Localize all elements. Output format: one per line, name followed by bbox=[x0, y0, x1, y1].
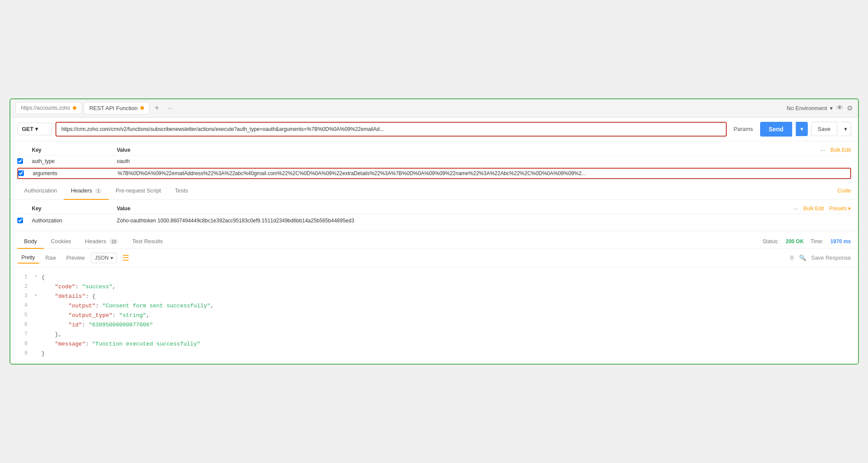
param-auth-type-val: oauth bbox=[117, 158, 851, 164]
request-tabs: Authorization Headers 1 Pre-request Scri… bbox=[10, 182, 858, 200]
resp-headers-badge: 18 bbox=[109, 239, 118, 245]
headers-table: Key Value ··· Bulk Edit Presets ▾ Author… bbox=[10, 200, 858, 231]
url-bar-section: GET ▾ https://crm.zoho.com/crm/v2/functi… bbox=[10, 117, 858, 141]
headers-presets-button[interactable]: Presets ▾ bbox=[829, 205, 851, 212]
status-section: Status: 200 OK Time: 1970 ms bbox=[763, 238, 851, 245]
key-col-header: Key bbox=[30, 147, 117, 153]
status-value: 200 OK bbox=[786, 238, 803, 245]
tab-url-label: https://accounts.zoho bbox=[21, 105, 70, 111]
json-label: JSON bbox=[95, 255, 109, 261]
headers-more-button[interactable]: ··· bbox=[793, 205, 798, 212]
resp-tab-headers[interactable]: Headers 18 bbox=[78, 235, 125, 249]
params-button[interactable]: Params bbox=[730, 123, 757, 135]
status-label: Status: bbox=[763, 238, 779, 245]
method-select[interactable]: GET ▾ bbox=[17, 123, 52, 135]
param-auth-type-checkbox[interactable] bbox=[17, 158, 23, 164]
headers-key-col: Key bbox=[30, 205, 117, 212]
json-chevron: ▾ bbox=[111, 255, 113, 261]
json-line-4: 4 "output": "Consent form sent successfu… bbox=[17, 301, 851, 311]
tab-dot bbox=[73, 106, 76, 110]
save-dropdown-button[interactable]: ▾ bbox=[841, 122, 851, 136]
header-auth-checkbox[interactable] bbox=[17, 218, 23, 223]
headers-table-header: Key Value ··· Bulk Edit Presets ▾ bbox=[17, 203, 851, 214]
params-table: Key Value ··· Bulk Edit auth_type oauth … bbox=[10, 141, 858, 182]
json-line-5: 5 "output_type": "string", bbox=[17, 311, 851, 320]
headers-val-col: Value bbox=[117, 205, 793, 212]
header-auth-val: Zoho-oauthtoken 1000.8607494449c8bc1e392… bbox=[117, 218, 851, 224]
postman-window: https://accounts.zoho REST API Function … bbox=[10, 98, 859, 365]
new-tab-button[interactable]: + bbox=[151, 102, 163, 114]
time-value: 1970 ms bbox=[830, 238, 851, 245]
time-label: Time: bbox=[811, 238, 824, 245]
params-bulk-edit-button[interactable]: Bulk Edit bbox=[830, 147, 851, 153]
send-dropdown-button[interactable]: ▾ bbox=[796, 122, 808, 136]
save-button[interactable]: Save bbox=[811, 122, 837, 136]
response-tabs: Body Cookies Headers 18 Test Results Sta… bbox=[10, 231, 858, 249]
json-line-8: 8 "message": "function executed successf… bbox=[17, 339, 851, 349]
save-response-button[interactable]: Save Response bbox=[811, 254, 851, 261]
json-line-1: 1 ▾ { bbox=[17, 273, 851, 282]
param-row-auth-type: auth_type oauth bbox=[17, 155, 851, 167]
json-line-6: 6 "id": "63095000000077006" bbox=[17, 320, 851, 330]
tab-headers[interactable]: Headers 1 bbox=[64, 182, 108, 200]
json-line-3: 3 ▾ "details": { bbox=[17, 292, 851, 301]
tab-accounts-zoho[interactable]: https://accounts.zoho bbox=[16, 102, 82, 114]
resp-tab-test-results[interactable]: Test Results bbox=[125, 235, 170, 249]
body-format-tabs: Pretty Raw Preview JSON ▾ ☰ ⎘ 🔍 Save Res… bbox=[10, 249, 858, 267]
method-chevron: ▾ bbox=[35, 126, 38, 132]
header-auth-key: Authorization bbox=[30, 218, 117, 224]
wrap-icon[interactable]: ☰ bbox=[122, 253, 129, 263]
tab-pre-request-script[interactable]: Pre-request Script bbox=[109, 182, 168, 200]
fmt-tab-preview[interactable]: Preview bbox=[62, 253, 89, 263]
gear-icon[interactable]: ⚙ bbox=[847, 104, 853, 112]
param-arguments-key: arguments bbox=[31, 170, 118, 176]
headers-badge: 1 bbox=[95, 188, 102, 194]
header-row-authorization: Authorization Zoho-oauthtoken 1000.86074… bbox=[17, 214, 851, 227]
code-link-button[interactable]: Code bbox=[837, 187, 851, 194]
search-response-button[interactable]: 🔍 bbox=[799, 254, 806, 261]
param-arguments-val: %7B%0D%0A%09%22emailAddress%22%3A%22abc%… bbox=[118, 170, 850, 176]
tab-more-button[interactable]: ··· bbox=[164, 103, 176, 113]
fmt-tab-raw[interactable]: Raw bbox=[41, 253, 60, 263]
val-col-header: Value bbox=[117, 147, 820, 153]
eye-icon[interactable]: 👁 bbox=[836, 104, 843, 112]
tab-tests[interactable]: Tests bbox=[168, 182, 195, 200]
method-label: GET bbox=[22, 126, 34, 132]
tab-rest-label: REST API Function bbox=[89, 105, 138, 111]
env-dropdown[interactable]: No Environment ▾ bbox=[787, 105, 832, 111]
tab-rest-api[interactable]: REST API Function bbox=[84, 102, 150, 114]
json-format-dropdown[interactable]: JSON ▾ bbox=[91, 253, 117, 263]
copy-response-button[interactable]: ⎘ bbox=[790, 254, 794, 261]
url-input[interactable]: https://crm.zoho.com/crm/v2/functions/su… bbox=[55, 122, 727, 137]
params-table-header: Key Value ··· Bulk Edit bbox=[17, 145, 851, 155]
tab-authorization[interactable]: Authorization bbox=[17, 182, 64, 200]
response-actions: ⎘ 🔍 Save Response bbox=[790, 254, 851, 261]
headers-bulk-edit-button[interactable]: Bulk Edit bbox=[803, 205, 824, 212]
json-line-9: 9 } bbox=[17, 349, 851, 359]
tab-bar: https://accounts.zoho REST API Function … bbox=[10, 99, 858, 117]
resp-tab-body[interactable]: Body bbox=[17, 235, 44, 249]
tab-rest-dot bbox=[140, 106, 144, 110]
resp-tab-cookies[interactable]: Cookies bbox=[44, 235, 78, 249]
param-row-arguments: arguments %7B%0D%0A%09%22emailAddress%22… bbox=[17, 168, 851, 179]
send-button[interactable]: Send bbox=[760, 122, 792, 137]
env-section: No Environment ▾ 👁 ⚙ bbox=[787, 104, 852, 112]
fmt-tab-pretty[interactable]: Pretty bbox=[17, 252, 39, 264]
param-auth-type-key: auth_type bbox=[30, 158, 117, 164]
params-more-button[interactable]: ··· bbox=[820, 147, 825, 153]
json-line-7: 7 }, bbox=[17, 330, 851, 339]
json-response-body: 1 ▾ { 2 "code": "success", 3 ▾ "details"… bbox=[10, 267, 858, 364]
chevron-down-icon: ▾ bbox=[830, 105, 833, 111]
param-arguments-checkbox[interactable] bbox=[18, 170, 24, 176]
json-line-2: 2 "code": "success", bbox=[17, 282, 851, 292]
env-label: No Environment bbox=[787, 105, 827, 111]
